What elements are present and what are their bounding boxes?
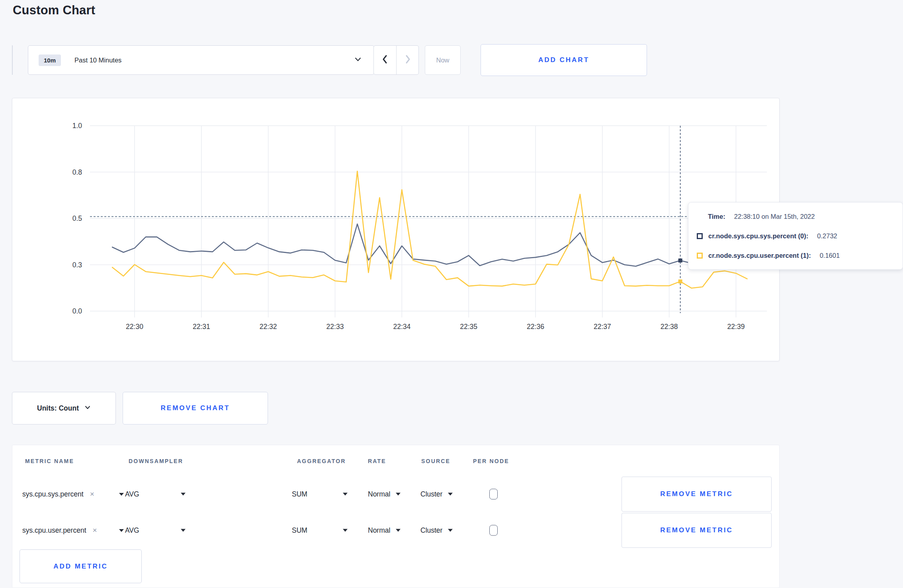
caret-down-icon bbox=[343, 529, 348, 532]
svg-text:1.0: 1.0 bbox=[72, 122, 82, 130]
units-select[interactable]: Units: Count bbox=[12, 392, 116, 424]
caret-down-icon bbox=[181, 529, 186, 532]
svg-text:22:31: 22:31 bbox=[193, 323, 210, 331]
next-window-button[interactable] bbox=[396, 46, 418, 74]
time-range-badge: 10m bbox=[39, 55, 61, 66]
chevron-right-icon bbox=[403, 54, 412, 66]
time-range-select[interactable]: 10m Past 10 Minutes bbox=[28, 45, 374, 75]
column-header-downsampler: DOWNSAMPLER bbox=[129, 458, 183, 464]
metrics-table: METRIC NAME DOWNSAMPLER AGGREGATOR RATE … bbox=[12, 445, 780, 588]
add-chart-button[interactable]: ADD CHART bbox=[481, 44, 647, 76]
source-value: Cluster bbox=[420, 490, 442, 498]
metric-name-select[interactable]: sys.cpu.sys.percent × bbox=[22, 490, 124, 498]
svg-text:22:33: 22:33 bbox=[326, 323, 344, 331]
source-select[interactable]: Cluster bbox=[420, 526, 453, 535]
column-header-aggregator: AGGREGATOR bbox=[297, 458, 346, 464]
column-header-rate: RATE bbox=[368, 458, 386, 464]
prev-window-button[interactable] bbox=[374, 46, 396, 74]
per-node-checkbox[interactable] bbox=[489, 525, 498, 536]
tooltip-series-name: cr.node.sys.cpu.sys.percent (0): bbox=[708, 232, 808, 240]
aggregator-select[interactable]: SUM bbox=[292, 490, 348, 498]
caret-down-icon bbox=[396, 493, 401, 496]
metric-name-value: sys.cpu.user.percent bbox=[22, 526, 86, 535]
tooltip-series-row: cr.node.sys.cpu.user.percent (1): 0.1601 bbox=[697, 250, 840, 261]
sys-series-swatch-icon bbox=[697, 233, 703, 239]
downsampler-select[interactable]: AVG bbox=[125, 490, 186, 498]
tooltip-time-row: Time: 22:38:10 on Mar 15th, 2022 bbox=[708, 211, 815, 222]
svg-text:22:37: 22:37 bbox=[594, 323, 611, 331]
svg-text:22:30: 22:30 bbox=[126, 323, 143, 331]
tooltip-time-value: 22:38:10 on Mar 15th, 2022 bbox=[734, 213, 815, 220]
time-window-nav bbox=[373, 45, 419, 75]
table-row: sys.cpu.user.percent × AVG SUM Normal Cl… bbox=[12, 513, 779, 548]
source-select[interactable]: Cluster bbox=[420, 490, 453, 498]
chart-tooltip: Time: 22:38:10 on Mar 15th, 2022 cr.node… bbox=[688, 202, 903, 270]
chevron-left-icon bbox=[381, 54, 389, 66]
svg-text:22:32: 22:32 bbox=[260, 323, 277, 331]
svg-text:0.8: 0.8 bbox=[72, 168, 82, 176]
remove-chart-button[interactable]: REMOVE CHART bbox=[123, 392, 268, 424]
user-series-swatch-icon bbox=[697, 253, 703, 259]
per-node-checkbox[interactable] bbox=[489, 489, 498, 500]
svg-text:0.3: 0.3 bbox=[72, 261, 82, 269]
rate-value: Normal bbox=[368, 490, 390, 498]
caret-down-icon bbox=[119, 493, 124, 496]
chevron-down-icon bbox=[84, 404, 91, 412]
metric-name-select[interactable]: sys.cpu.user.percent × bbox=[22, 526, 124, 535]
aggregator-value: SUM bbox=[292, 526, 307, 535]
remove-metric-button[interactable]: REMOVE METRIC bbox=[622, 513, 772, 548]
chevron-down-icon bbox=[354, 55, 362, 65]
caret-down-icon bbox=[448, 493, 453, 496]
time-range-label: Past 10 Minutes bbox=[74, 56, 121, 64]
caret-down-icon bbox=[181, 493, 186, 496]
column-header-metric-name: METRIC NAME bbox=[25, 458, 74, 464]
page-title: Custom Chart bbox=[13, 3, 95, 18]
tooltip-time-label: Time: bbox=[708, 213, 725, 220]
rate-select[interactable]: Normal bbox=[368, 490, 401, 498]
tooltip-series-row: cr.node.sys.cpu.sys.percent (0): 0.2732 bbox=[697, 231, 837, 241]
timeseries-chart[interactable]: 0.00.30.50.81.022:3022:3122:3222:3322:34… bbox=[12, 98, 780, 362]
svg-text:0.0: 0.0 bbox=[72, 307, 82, 315]
toolbar-divider bbox=[12, 45, 13, 75]
units-label: Units: Count bbox=[37, 404, 79, 413]
tooltip-series-value: 0.2732 bbox=[817, 232, 837, 240]
column-header-source: SOURCE bbox=[421, 458, 450, 464]
aggregator-value: SUM bbox=[292, 490, 307, 498]
aggregator-select[interactable]: SUM bbox=[292, 526, 348, 535]
tooltip-series-name: cr.node.sys.cpu.user.percent (1): bbox=[708, 252, 811, 259]
rate-select[interactable]: Normal bbox=[368, 526, 401, 535]
custom-chart-page: Custom Chart 10m Past 10 Minutes Now ADD… bbox=[0, 0, 903, 588]
chart-panel[interactable]: 0.00.30.50.81.022:3022:3122:3222:3322:34… bbox=[12, 98, 780, 361]
svg-text:0.5: 0.5 bbox=[72, 214, 82, 222]
add-metric-button[interactable]: ADD METRIC bbox=[20, 549, 142, 583]
column-header-per-node: PER NODE bbox=[473, 458, 509, 464]
svg-text:22:36: 22:36 bbox=[527, 323, 544, 331]
caret-down-icon bbox=[119, 529, 124, 532]
svg-text:22:38: 22:38 bbox=[661, 323, 678, 331]
downsampler-select[interactable]: AVG bbox=[125, 526, 186, 535]
downsampler-value: AVG bbox=[125, 526, 139, 535]
clear-metric-icon[interactable]: × bbox=[90, 490, 94, 498]
svg-text:22:34: 22:34 bbox=[393, 323, 410, 331]
caret-down-icon bbox=[343, 493, 348, 496]
source-value: Cluster bbox=[420, 526, 442, 535]
caret-down-icon bbox=[448, 529, 453, 532]
remove-metric-button[interactable]: REMOVE METRIC bbox=[622, 477, 772, 512]
metric-name-value: sys.cpu.sys.percent bbox=[22, 490, 84, 498]
table-row: sys.cpu.sys.percent × AVG SUM Normal Clu… bbox=[12, 477, 779, 512]
downsampler-value: AVG bbox=[125, 490, 139, 498]
svg-text:22:35: 22:35 bbox=[460, 323, 477, 331]
svg-text:22:39: 22:39 bbox=[727, 323, 745, 331]
now-button[interactable]: Now bbox=[425, 45, 461, 75]
clear-metric-icon[interactable]: × bbox=[93, 526, 97, 535]
tooltip-series-value: 0.1601 bbox=[820, 252, 840, 259]
rate-value: Normal bbox=[368, 526, 390, 535]
caret-down-icon bbox=[396, 529, 401, 532]
